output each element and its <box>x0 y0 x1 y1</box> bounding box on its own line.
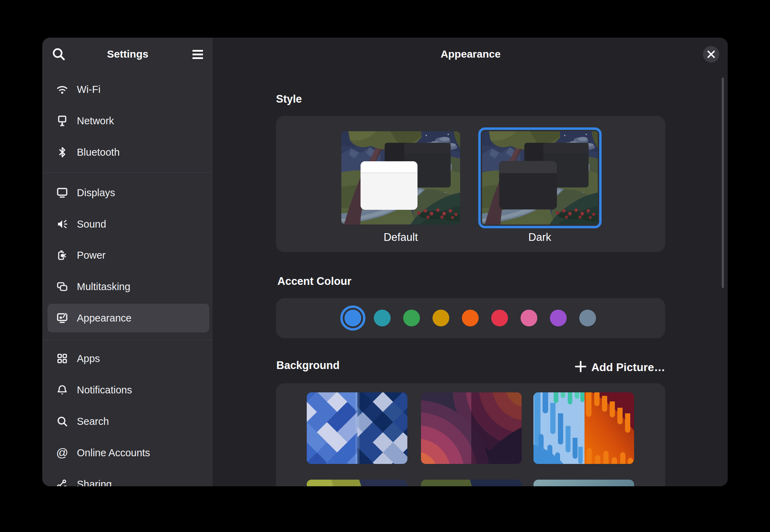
svg-text:@: @ <box>57 447 68 458</box>
